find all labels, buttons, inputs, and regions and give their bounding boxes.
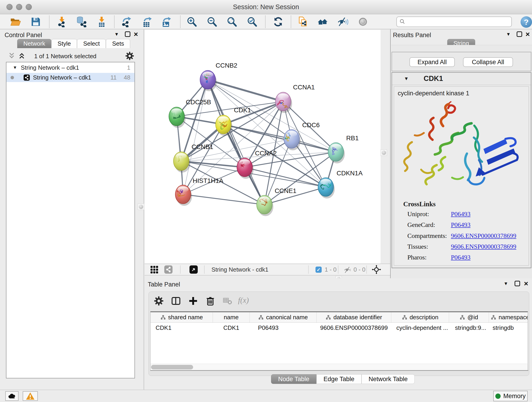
network-edge-CCNB2-CCNA1[interactable]: [208, 80, 283, 102]
column-header[interactable]: canonical name: [250, 312, 317, 322]
expand-all-button[interactable]: Expand All: [409, 57, 455, 67]
network-options-gear-icon[interactable]: [125, 51, 134, 61]
network-node-CDKN1A[interactable]: CDKN1A: [318, 170, 363, 198]
left-splitter-handle[interactable]: [138, 204, 144, 210]
hidden-eye-slash-icon[interactable]: [343, 264, 351, 275]
show-columns-icon[interactable]: [171, 295, 181, 306]
pharos-link[interactable]: P06493: [451, 254, 471, 261]
hide-selected-icon[interactable]: [336, 15, 349, 28]
network-node-CCNE1[interactable]: CCNE1: [257, 187, 297, 216]
results-panel-float-icon[interactable]: [515, 30, 523, 38]
column-header[interactable]: description: [391, 312, 449, 322]
tab-network[interactable]: Network: [17, 39, 51, 48]
results-panel-close-icon[interactable]: ×: [524, 30, 532, 38]
import-network-file-icon[interactable]: [56, 15, 68, 28]
node-name: CDK1: [424, 75, 443, 83]
crosslinks-title: CrossLinks: [403, 200, 436, 208]
zoom-selected-icon[interactable]: [246, 15, 259, 28]
control-panel-tabs: NetworkStyleSelectSets: [17, 39, 130, 48]
table-horizontal-scrollbar[interactable]: [150, 364, 528, 370]
network-node-CCNA1[interactable]: CCNA1: [275, 84, 315, 113]
search-input[interactable]: [406, 18, 507, 26]
open-session-icon[interactable]: [9, 15, 22, 28]
network-collection-row[interactable]: ▼ String Network – cdk1 1: [6, 62, 134, 73]
network-row-selected[interactable]: String Network – cdk1 11 48: [6, 73, 134, 82]
import-network-database-icon[interactable]: [75, 15, 88, 28]
string-network-icon: [24, 75, 30, 81]
cloud-status-icon[interactable]: [5, 391, 19, 401]
tab-node-table[interactable]: Node Table: [271, 374, 317, 384]
expand-all-networks-icon[interactable]: [18, 52, 26, 60]
table-row[interactable]: CDK1 CDK1 P06493 9606.ENSP00000378699 cy…: [151, 323, 528, 333]
uniprot-link[interactable]: P06493: [451, 211, 471, 218]
genecard-link[interactable]: P06493: [451, 221, 471, 229]
export-table-icon[interactable]: [141, 15, 153, 28]
node-details-header[interactable]: ▼ CDK1: [392, 73, 531, 85]
control-panel-close-icon[interactable]: ×: [132, 30, 140, 38]
column-type-icon: [491, 315, 496, 320]
compartments-link[interactable]: 9606.ENSP00000378699: [451, 232, 516, 240]
export-image-icon[interactable]: [160, 15, 173, 28]
control-panel-float-icon[interactable]: [124, 30, 132, 38]
tab-select[interactable]: Select: [77, 39, 106, 48]
right-splitter-handle[interactable]: [380, 149, 387, 156]
zoom-fit-icon[interactable]: [225, 15, 238, 28]
memory-button[interactable]: Memory: [493, 391, 528, 401]
control-panel-collapse-icon[interactable]: ▼: [113, 30, 120, 38]
tissues-link[interactable]: 9606.ENSP00000378699: [451, 243, 516, 250]
table-panel-float-icon[interactable]: [513, 280, 521, 287]
tab-network-table[interactable]: Network Table: [361, 374, 415, 384]
zoom-in-icon[interactable]: [185, 15, 198, 28]
network-node-CDC25B[interactable]: CDC25B: [169, 99, 211, 128]
refresh-layout-icon[interactable]: [272, 15, 285, 28]
column-header[interactable]: shared name: [151, 312, 213, 322]
collapse-all-button[interactable]: Collapse All: [463, 57, 513, 67]
table-tabs: Node Table Edge Table Network Table: [271, 374, 415, 384]
hidden-count: 0 - 0: [354, 264, 365, 275]
show-all-icon[interactable]: [356, 15, 369, 28]
tree-expander-icon[interactable]: ▼: [13, 65, 17, 70]
first-neighbors-icon[interactable]: [316, 15, 329, 28]
table-bottom-border: [150, 370, 528, 371]
network-canvas[interactable]: CCNB2CCNA1CDC25BCDK1CDC6RB1CCNB1CCNA2CDK…: [145, 30, 380, 264]
save-session-icon[interactable]: [29, 15, 42, 28]
help-icon[interactable]: ?: [520, 16, 532, 28]
zoom-out-icon[interactable]: [206, 15, 218, 28]
network-edge-CCNB2-CCNE1[interactable]: [208, 80, 264, 205]
scrollbar-thumb[interactable]: [151, 365, 193, 370]
column-header[interactable]: database identifier: [317, 312, 391, 322]
network-graph[interactable]: CCNB2CCNA1CDC25BCDK1CDC6RB1CCNB1CCNA2CDK…: [145, 30, 380, 264]
section-collapse-icon[interactable]: ▼: [404, 76, 409, 81]
delete-column-trash-icon[interactable]: [205, 295, 216, 306]
tab-edge-table[interactable]: Edge Table: [317, 374, 361, 384]
add-column-icon[interactable]: [188, 295, 199, 306]
fit-content-crosshair-icon[interactable]: [372, 264, 381, 275]
import-table-file-icon[interactable]: [95, 15, 108, 28]
results-panel-collapse-icon[interactable]: ▼: [505, 30, 512, 38]
network-edge-CDK1-RB1[interactable]: [223, 124, 336, 152]
collapse-all-networks-icon[interactable]: [8, 52, 16, 60]
selected-checkbox-icon[interactable]: ✓: [316, 264, 322, 275]
tab-style[interactable]: Style: [51, 39, 77, 48]
warning-status-icon[interactable]: [23, 391, 38, 401]
node-table: shared name name canonical name database…: [150, 312, 528, 364]
network-edge-HIST1H1A-CCNE1[interactable]: [183, 194, 264, 205]
table-panel-collapse-icon[interactable]: ▼: [502, 280, 510, 287]
table-panel-close-icon[interactable]: ×: [522, 280, 530, 287]
clone-network-icon[interactable]: [297, 15, 310, 28]
memory-label: Memory: [503, 393, 526, 400]
delete-table-icon: [222, 295, 233, 306]
network-share-toggle-icon[interactable]: [164, 264, 172, 275]
tab-sets[interactable]: Sets: [106, 39, 130, 48]
export-network-icon[interactable]: [120, 15, 133, 28]
network-node-RB1[interactable]: RB1: [328, 134, 359, 163]
open-in-window-icon[interactable]: [190, 264, 198, 275]
column-header[interactable]: namespace: [489, 312, 528, 322]
birdseye-grid-icon[interactable]: [151, 264, 158, 275]
table-gear-icon[interactable]: [153, 295, 164, 306]
node-label-CDC6: CDC6: [302, 121, 320, 128]
column-header[interactable]: name: [213, 312, 250, 322]
column-header[interactable]: @id: [449, 312, 489, 322]
column-type-icon: [160, 315, 166, 320]
network-edge-CCNB2-RB1[interactable]: [208, 80, 336, 152]
